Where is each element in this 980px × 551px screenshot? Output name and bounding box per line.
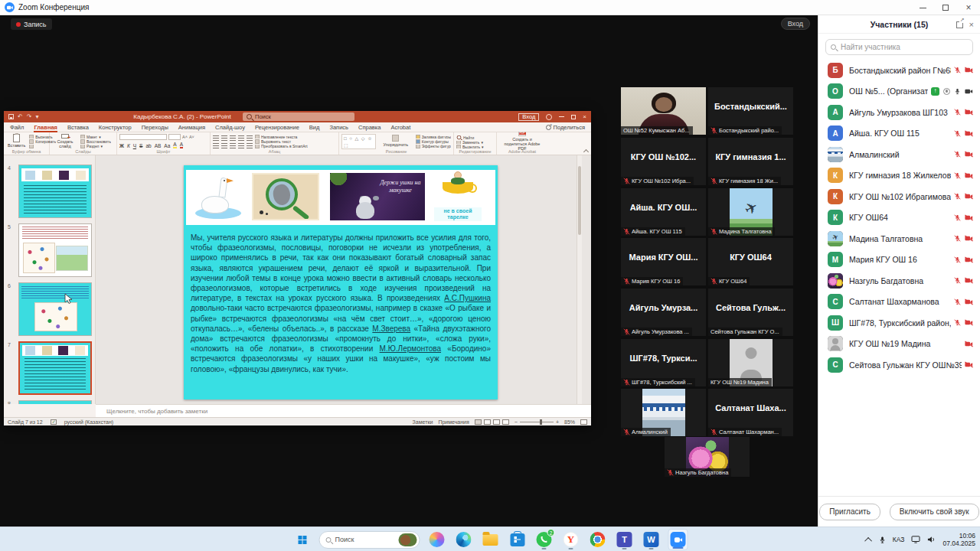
participant-row[interactable]: ✈Мадина Талгатовна [818, 228, 980, 249]
slide-thumbnail-5[interactable]: 5 [4, 223, 96, 280]
start-button[interactable] [292, 529, 312, 550]
taskbar-app-store[interactable] [508, 529, 528, 550]
participant-row[interactable]: ККГУ ОШ64 [818, 207, 980, 229]
ppt-minimize-button[interactable] [559, 116, 564, 117]
slide-thumbnail-7[interactable]: 7 [4, 341, 96, 398]
participant-row[interactable]: ШШГ#78, Турксибский район, Ко... [818, 312, 980, 334]
share-button[interactable]: Поделиться [546, 122, 585, 132]
close-button[interactable]: × [957, 0, 980, 15]
language-indicator[interactable]: русский (Казахстан) [64, 419, 114, 425]
shape-outline-button[interactable]: Контур фигуры [416, 139, 451, 143]
slide-image-goose[interactable] [192, 173, 246, 220]
ribbon-tab-конструктор[interactable]: Конструктор [99, 122, 132, 132]
ribbon-tab-справка[interactable]: Справка [358, 122, 381, 132]
video-tile[interactable]: КГУ ОШ64КГУ ОШ64 [708, 238, 793, 285]
align-text-button[interactable]: Выровнять текст [255, 139, 315, 143]
numbering-icon[interactable] [221, 135, 227, 141]
language-switcher[interactable]: КАЗ [893, 536, 905, 543]
increase-indent-icon[interactable] [238, 135, 244, 141]
invite-button[interactable]: Пригласить [819, 504, 880, 520]
collapse-ribbon-button[interactable] [583, 149, 589, 153]
video-tile[interactable]: КГУ ОШ №19 Мадина [708, 339, 793, 386]
video-tile[interactable]: КГУ гимназия 1...КГУ гимназия 18 Жи... [708, 138, 793, 185]
thumbnail-preview[interactable] [18, 282, 92, 336]
participant-row[interactable]: ББостандыкский район Г№68 (Я) [818, 60, 980, 81]
bold-button[interactable]: Ж [119, 143, 124, 148]
ribbon-tab-анимация[interactable]: Анимация [178, 122, 205, 132]
decrease-indent-icon[interactable] [230, 135, 236, 141]
ribbon-tab-файл[interactable]: Файл [10, 122, 24, 132]
slide-sorter-view-button[interactable] [484, 419, 491, 425]
italic-button[interactable]: К [127, 143, 130, 148]
ppt-search-box[interactable]: Поиск [243, 112, 354, 121]
quick-access-toolbar[interactable]: ↶ ↷ ▾ [4, 113, 38, 120]
participant-row[interactable]: ААйша. КГУ ОШ 115 [818, 123, 980, 145]
tray-display-icon[interactable] [911, 536, 920, 543]
slide-thumbnail-pane[interactable]: 4 5 6 7 8 [4, 155, 96, 404]
font-name-select[interactable] [119, 134, 167, 140]
participant-row[interactable]: ММария КГУ ОШ 16 [818, 249, 980, 271]
participant-row[interactable]: ООШ №5... (Организатор)↑ [818, 81, 980, 103]
slide-edit-area[interactable]: Держи ушки на макушкене в своей тарелке … [96, 155, 583, 404]
notes-pane[interactable]: Щелкните, чтобы добавить заметки [96, 404, 591, 417]
replace-button[interactable]: Заменить ▾ [456, 141, 484, 145]
zoom-level[interactable]: 85% [564, 419, 575, 425]
zoom-signin-button[interactable]: Вход [781, 18, 810, 30]
fit-slide-button[interactable] [580, 419, 587, 425]
text-shadow-button[interactable]: ab [145, 143, 151, 148]
normal-view-button[interactable] [475, 419, 482, 425]
popout-icon[interactable] [956, 21, 963, 28]
ppt-maximize-button[interactable] [571, 115, 576, 119]
maximize-button[interactable] [934, 0, 957, 15]
slide-text-block[interactable]: Мы, учителя русского языка и литературы … [191, 233, 491, 374]
ribbon-tab-запись[interactable]: Запись [329, 122, 348, 132]
underline-button[interactable]: Ч [133, 143, 136, 148]
participant-row[interactable]: КГУ ОШ №19 Мадина [818, 334, 980, 355]
taskbar-app-whatsapp[interactable]: 2 [534, 529, 554, 550]
unmute-button[interactable]: Включить свой звук [890, 504, 979, 520]
thumbnail-preview[interactable] [18, 341, 92, 395]
comments-toggle[interactable]: Примечания [438, 419, 469, 425]
taskbar-search[interactable]: Поиск [319, 531, 420, 549]
slideshow-button[interactable] [502, 419, 509, 425]
select-button[interactable]: Выделить ▾ [456, 145, 484, 148]
video-tile[interactable]: Назгуль Багдатовна [665, 437, 750, 477]
video-tile[interactable]: Сейтова Гульж...Сейтова Гульжан КГУ О... [708, 289, 793, 336]
ribbon-tab-переходы[interactable]: Переходы [142, 122, 168, 132]
panel-close-icon[interactable]: × [969, 21, 974, 29]
font-color-button[interactable]: А [180, 142, 183, 148]
search-daily-image[interactable] [399, 533, 417, 546]
ribbon-tab-главная[interactable]: Главная [34, 122, 57, 132]
slide-thumbnail-8[interactable]: 8 [4, 400, 96, 404]
reading-view-button[interactable] [493, 419, 500, 425]
ribbon-tab-вид[interactable]: Вид [309, 122, 320, 132]
tray-expand-icon[interactable] [864, 536, 872, 544]
participant-search-input[interactable] [839, 42, 968, 52]
participant-row[interactable]: Алмалинский [818, 144, 980, 165]
strikethrough-button[interactable]: S [139, 143, 142, 148]
video-tile[interactable]: Айгуль Умурза...Айгуль Умурзакова ... [621, 289, 706, 336]
participant-row[interactable]: Назгуль Багдатовна [818, 270, 980, 292]
slide-thumbnail-6[interactable]: 6 [4, 282, 96, 339]
tray-mic-icon[interactable] [879, 536, 886, 544]
tray-volume-icon[interactable] [927, 536, 936, 543]
character-spacing-button[interactable]: АВ [155, 143, 162, 148]
shape-effects-button[interactable]: Эффекты фигур [416, 145, 451, 148]
new-slide-button[interactable]: Создать слайд [52, 134, 78, 148]
video-tile[interactable]: КГУ ОШ №102...КГУ ОШ №102 Ибра... [621, 138, 706, 185]
create-pdf-button[interactable]: Создать и поделиться Adobe PDF [499, 134, 545, 148]
tray-clock[interactable]: 10:06 07.04.2025 [942, 532, 975, 547]
participant-row[interactable]: ККГУ ОШ №102 Ибрагимова С.Т. [818, 186, 980, 207]
video-tile[interactable]: ШГ#78, Туркси...ШГ#78, Турксибский ... [621, 339, 706, 386]
thumbnail-preview[interactable] [18, 400, 92, 404]
redo-icon[interactable]: ↷ [27, 113, 32, 120]
arrange-button[interactable]: Упорядочить [378, 134, 413, 148]
bullets-icon[interactable] [213, 135, 219, 141]
ribbon-tab-слайд-шоу[interactable]: Слайд-шоу [215, 122, 245, 132]
find-button[interactable]: Найти [456, 135, 484, 140]
slide-image-magnifier[interactable] [252, 173, 319, 220]
thumbnail-preview[interactable] [18, 165, 92, 218]
reset-button[interactable]: Восстановить [80, 139, 111, 143]
paste-button[interactable]: Вставить [6, 134, 27, 148]
slide-scrollbar[interactable] [577, 155, 582, 404]
